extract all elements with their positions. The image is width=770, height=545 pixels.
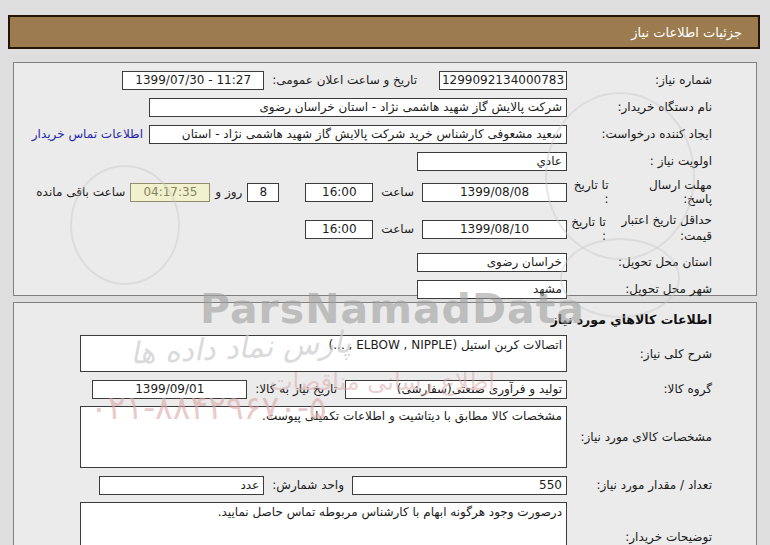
need-description-label: شرح کلی نیاز: <box>567 347 712 361</box>
need-number-row: شماره نیاز: 1299092134000783 تاریخ و ساع… <box>24 70 712 90</box>
announce-datetime-value: 1399/07/30 - 11:27 <box>135 73 251 87</box>
goods-specs-value: مشخصات کالا مطابق با دیتاشیت و اطلاعات ت… <box>262 409 562 423</box>
buyer-value: شرکت پالایش گاز شهید هاشمی نژاد - استان … <box>259 100 562 114</box>
creator-value: سعید مشعوفی کارشناس خرید شرکت پالایش گاز… <box>182 127 562 141</box>
deadline-row: مهلت ارسال پاسخ: تا تاریخ : 1399/08/08 س… <box>24 178 712 206</box>
need-date-label: تاریخ نیاز به کالا: <box>247 382 345 396</box>
buyer-contact-link[interactable]: اطلاعات تماس خریدار <box>32 127 149 141</box>
goods-section-header: اطلاعات کالاهاي مورد نیاز <box>24 312 712 327</box>
page-title-banner: جزئیات اطلاعات نیاز <box>8 15 760 49</box>
need-details-page: { "banner": { "title": "جزئیات اطلاعات ن… <box>0 0 770 545</box>
announce-datetime-field[interactable]: 1399/07/30 - 11:27 <box>122 71 264 90</box>
priority-field[interactable]: عادي <box>417 152 567 171</box>
creator-field[interactable]: سعید مشعوفی کارشناس خرید شرکت پالایش گاز… <box>149 125 567 144</box>
buyer-notes-label: توضیحات خریدار: <box>567 530 712 544</box>
validity-time-field[interactable]: 16:00 <box>305 220 373 239</box>
need-date-field[interactable]: 1399/09/01 <box>92 380 247 399</box>
need-info-panel: شماره نیاز: 1299092134000783 تاریخ و ساع… <box>13 62 757 296</box>
validity-time-value: 16:00 <box>322 222 357 236</box>
goods-group-field[interactable]: تولید و فرآوری صنعتی(سفارشی) <box>345 380 567 399</box>
validity-date-field[interactable]: 1399/08/10 <box>422 220 567 239</box>
need-number-label: شماره نیاز: <box>567 73 712 87</box>
goods-group-value: تولید و فرآوری صنعتی(سفارشی) <box>397 382 562 396</box>
buyer-notes-row: توضیحات خریدار: درصورت وجود هرگونه ابهام… <box>24 502 712 545</box>
validity-hour-label: ساعت <box>373 222 422 236</box>
buyer-field[interactable]: شرکت پالایش گاز شهید هاشمی نژاد - استان … <box>149 98 567 117</box>
validity-until-label: تا تاریخ : <box>567 215 606 243</box>
priority-label: اولویت نیاز : <box>567 154 712 168</box>
deadline-label: مهلت ارسال پاسخ: <box>619 178 712 206</box>
deadline-date-value: 1399/08/08 <box>460 185 529 199</box>
goods-specs-label: مشخصات کالای مورد نیاز: <box>567 429 712 446</box>
validity-label-group: حداقل تاریخ اعتبار قیمت: تا تاریخ : <box>567 213 712 244</box>
need-number-value: 1299092134000783 <box>442 73 564 87</box>
delivery-city-value: مشهد <box>533 282 562 296</box>
creator-row: ایجاد کننده درخواست: سعید مشعوفی کارشناس… <box>24 124 712 144</box>
deadline-until-label: تا تاریخ : <box>567 178 609 206</box>
announce-datetime-label: تاریخ و ساعت اعلان عمومی: <box>264 73 425 87</box>
goods-group-label: گروه کالا: <box>567 382 712 396</box>
unit-value: عدد <box>240 478 259 492</box>
deadline-time-field[interactable]: 16:00 <box>305 183 373 202</box>
remaining-days-field[interactable]: 8 <box>247 183 279 202</box>
goods-specs-textarea[interactable]: مشخصات کالا مطابق با دیتاشیت و اطلاعات ت… <box>80 406 567 468</box>
goods-specs-row: مشخصات کالای مورد نیاز: مشخصات کالا مطاب… <box>24 406 712 468</box>
need-number-field[interactable]: 1299092134000783 <box>439 71 567 90</box>
deadline-date-field[interactable]: 1399/08/08 <box>422 183 567 202</box>
delivery-province-row: استان محل تحویل: خراسان رضوی <box>24 252 712 272</box>
deadline-label-group: مهلت ارسال پاسخ: تا تاریخ : <box>567 178 712 206</box>
priority-row: اولویت نیاز : عادي <box>24 151 712 171</box>
buyer-notes-textarea[interactable]: درصورت وجود هرگونه ابهام با کارشناس مربو… <box>80 502 567 545</box>
countdown-timer-field: 04:17:35 <box>130 183 210 202</box>
delivery-city-field[interactable]: مشهد <box>417 280 567 299</box>
remaining-days-value: 8 <box>260 185 268 199</box>
countdown-timer-value: 04:17:35 <box>143 185 197 199</box>
validity-label: حداقل تاریخ اعتبار قیمت: <box>616 213 712 244</box>
quantity-row: تعداد / مقدار مورد نیاز: 550 واحد شمارش:… <box>24 475 712 495</box>
validity-date-value: 1399/08/10 <box>460 222 529 236</box>
days-and-label: روز و <box>210 185 247 199</box>
page-title: جزئیات اطلاعات نیاز <box>631 25 742 40</box>
buyer-row: نام دستگاه خریدار: شرکت پالایش گاز شهید … <box>24 97 712 117</box>
creator-label: ایجاد کننده درخواست: <box>567 127 712 141</box>
delivery-province-label: استان محل تحویل: <box>567 255 712 269</box>
need-description-row: شرح کلی نیاز: اتصالات کربن استیل (ELBOW … <box>24 335 712 372</box>
goods-group-row: گروه کالا: تولید و فرآوری صنعتی(سفارشی) … <box>24 379 712 399</box>
delivery-province-value: خراسان رضوی <box>487 255 562 269</box>
quantity-label: تعداد / مقدار مورد نیاز: <box>567 478 712 492</box>
quantity-value: 550 <box>539 478 562 492</box>
unit-field[interactable]: عدد <box>99 476 264 495</box>
deadline-time-value: 16:00 <box>322 185 357 199</box>
delivery-province-field[interactable]: خراسان رضوی <box>417 253 567 272</box>
buyer-notes-value: درصورت وجود هرگونه ابهام با کارشناس مربو… <box>218 505 562 519</box>
need-description-value: اتصالات کربن استیل (ELBOW , NIPPLE , ...… <box>329 338 562 352</box>
priority-value: عادي <box>536 154 562 168</box>
quantity-field[interactable]: 550 <box>352 476 567 495</box>
deadline-hour-label: ساعت <box>373 185 422 199</box>
buyer-label: نام دستگاه خریدار: <box>567 100 712 114</box>
delivery-city-label: شهر محل تحویل: <box>567 282 712 296</box>
need-date-value: 1399/09/01 <box>135 382 204 396</box>
need-description-textarea[interactable]: اتصالات کربن استیل (ELBOW , NIPPLE , ...… <box>80 335 567 372</box>
goods-info-panel: اطلاعات کالاهاي مورد نیاز شرح کلی نیاز: … <box>13 302 757 545</box>
hours-remaining-label: ساعت باقی مانده <box>31 185 130 199</box>
delivery-city-row: شهر محل تحویل: مشهد <box>24 279 712 299</box>
unit-label: واحد شمارش: <box>264 478 352 492</box>
price-validity-row: حداقل تاریخ اعتبار قیمت: تا تاریخ : 1399… <box>24 213 712 245</box>
